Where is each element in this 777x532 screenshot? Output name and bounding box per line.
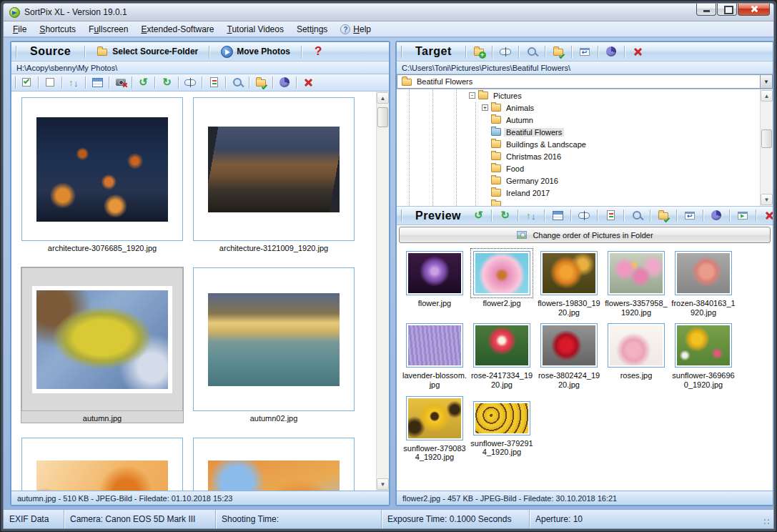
minimize-button[interactable] bbox=[696, 3, 716, 16]
screen-arrow-icon[interactable] bbox=[579, 46, 591, 58]
pie-chart-icon[interactable] bbox=[279, 77, 291, 89]
pie-chart-icon[interactable] bbox=[711, 210, 723, 222]
thumbnail-item[interactable]: flowers-3357958_1920.jpg bbox=[603, 249, 669, 317]
camera-remove-icon[interactable] bbox=[115, 77, 127, 89]
scroll-down-icon[interactable]: ▼ bbox=[377, 478, 389, 490]
thumbnail-item[interactable]: sunflower-3696960_1920.jpg bbox=[670, 321, 736, 389]
thumbnail-item[interactable]: flower.jpg bbox=[402, 249, 467, 317]
delete-icon[interactable] bbox=[302, 77, 315, 89]
separator bbox=[545, 46, 546, 58]
tree-item-christmas-2016[interactable]: Christmas 2016 bbox=[397, 150, 760, 162]
resize-grip[interactable] bbox=[763, 518, 771, 526]
rename-icon[interactable] bbox=[184, 77, 197, 89]
new-folder-icon[interactable]: + bbox=[473, 46, 485, 58]
title-bar[interactable]: SortPix XL - Version 19.0.1 bbox=[4, 4, 773, 21]
menu-settings[interactable]: Settings bbox=[290, 22, 334, 36]
thumbnail-item[interactable]: rose-3802424_1920.jpg bbox=[536, 321, 602, 389]
thumbnail-item[interactable] bbox=[193, 438, 355, 491]
menu-fullscreen[interactable]: Fullscreen bbox=[82, 22, 134, 36]
rename-icon[interactable] bbox=[500, 46, 512, 58]
menu-tutorial-videos[interactable]: Tutorial Videos bbox=[221, 22, 290, 36]
source-scrollbar[interactable]: ▲ ▼ bbox=[376, 92, 389, 491]
menu-shortcuts[interactable]: Shortcuts bbox=[33, 22, 82, 36]
folder-check-icon[interactable] bbox=[658, 210, 670, 222]
thumbnail-item[interactable]: roses.jpg bbox=[603, 321, 669, 389]
thumbnail-item[interactable]: frozen-3840163_1920.jpg bbox=[670, 249, 736, 317]
scroll-up-icon[interactable]: ▲ bbox=[761, 90, 773, 102]
select-all-checkbox-icon[interactable] bbox=[21, 77, 33, 89]
redo-icon[interactable]: ↻ bbox=[499, 210, 511, 222]
thumbnail-item[interactable]: sunflower-3792914_1920.jpg bbox=[469, 394, 535, 462]
help-question-button[interactable]: ? bbox=[309, 44, 327, 59]
separator bbox=[61, 77, 63, 89]
close-button[interactable] bbox=[738, 3, 770, 16]
separator bbox=[38, 77, 39, 89]
thumbnail-filename: lavender-blossom.jpg bbox=[402, 370, 467, 389]
folder-icon bbox=[491, 189, 501, 197]
select-source-folder-button[interactable]: Select Source-Folder bbox=[92, 46, 202, 58]
tree-item-clipped[interactable] bbox=[397, 199, 760, 206]
expand-icon[interactable]: + bbox=[482, 104, 488, 111]
collapse-icon[interactable]: - bbox=[469, 92, 475, 99]
menu-file[interactable]: File bbox=[6, 22, 33, 36]
thumbnail-item[interactable] bbox=[21, 438, 183, 491]
scroll-down-icon[interactable]: ▼ bbox=[761, 194, 773, 205]
zoom-icon[interactable] bbox=[631, 210, 643, 222]
tree-scrollbar[interactable]: ▲ ▼ bbox=[760, 89, 773, 206]
tree-item-autumn[interactable]: Autumn bbox=[397, 114, 760, 126]
tree-item-beatiful-flowers[interactable]: Beatiful Flowers bbox=[397, 126, 760, 138]
deselect-all-checkbox-icon[interactable] bbox=[44, 77, 56, 89]
thumbnail-image bbox=[204, 456, 344, 491]
combobox-dropdown-icon[interactable]: ▼ bbox=[760, 74, 773, 89]
menu-extended-software[interactable]: Extended-Software bbox=[134, 22, 220, 36]
thumbnail-item[interactable]: rose-2417334_1920.jpg bbox=[469, 321, 535, 389]
toolbar-grip bbox=[15, 77, 16, 89]
pie-chart-icon[interactable] bbox=[605, 46, 618, 58]
status-shooting-time: Shooting Time: bbox=[216, 510, 382, 528]
screen-arrow-icon[interactable] bbox=[684, 210, 696, 222]
thumbnail-item[interactable]: architecture-3076685_1920.jpg bbox=[21, 97, 183, 252]
undo-icon[interactable]: ↺ bbox=[137, 77, 149, 89]
tree-item-ireland-2017[interactable]: Ireland 2017 bbox=[397, 187, 760, 199]
file-info-icon[interactable] bbox=[605, 210, 617, 222]
list-view-icon[interactable] bbox=[91, 77, 104, 89]
tree-item-germany-2016[interactable]: Germany 2016 bbox=[397, 174, 760, 187]
thumbnail-item[interactable]: flowers-19830_1920.jpg bbox=[536, 249, 602, 317]
rename-icon[interactable] bbox=[578, 210, 590, 222]
redo-icon[interactable]: ↻ bbox=[161, 77, 173, 89]
separator bbox=[202, 77, 203, 89]
separator bbox=[109, 77, 110, 89]
sort-icon[interactable]: ↑↓ bbox=[525, 210, 538, 222]
list-view-icon[interactable] bbox=[552, 210, 564, 222]
zoom-icon[interactable] bbox=[232, 77, 244, 89]
sort-icon[interactable]: ↑↓ bbox=[68, 77, 80, 89]
tree-item-pictures[interactable]: - Pictures bbox=[397, 89, 760, 102]
target-status-text: flower2.jpg - 457 KB - JPEG-Bild - Filed… bbox=[402, 494, 617, 503]
slideshow-play-icon[interactable] bbox=[737, 210, 749, 222]
scrollbar-thumb[interactable] bbox=[761, 129, 772, 148]
tree-item-food[interactable]: Food bbox=[397, 162, 760, 174]
file-info-icon[interactable] bbox=[208, 77, 220, 89]
thumbnail-item[interactable]: lavender-blossom.jpg bbox=[402, 321, 467, 389]
thumbnail-item-selected[interactable]: autumn.jpg bbox=[21, 267, 183, 423]
move-photos-button[interactable]: Move Photos bbox=[217, 46, 295, 58]
thumbnail-item[interactable]: architecture-3121009_1920.jpg bbox=[193, 97, 355, 252]
scroll-up-icon[interactable]: ▲ bbox=[377, 92, 389, 104]
folder-tree: - Pictures + Animals Autumn bbox=[397, 89, 773, 207]
thumbnail-item[interactable]: sunflower-3790834_1920.jpg bbox=[402, 394, 467, 462]
menu-help[interactable]: ?Help bbox=[334, 22, 377, 36]
delete-icon[interactable] bbox=[763, 210, 774, 222]
tree-item-animals[interactable]: + Animals bbox=[397, 102, 760, 114]
delete-icon[interactable] bbox=[632, 46, 644, 58]
folder-check-icon[interactable] bbox=[553, 46, 565, 58]
change-order-button[interactable]: Change order of Pictures in Folder bbox=[399, 227, 771, 243]
thumbnail-item[interactable]: autumn02.jpg bbox=[193, 267, 355, 423]
tree-item-buildings-landscape[interactable]: Buildings & Landscape bbox=[397, 138, 760, 150]
target-folder-combobox[interactable]: Beatiful Flowers ▼ bbox=[397, 74, 773, 89]
scrollbar-thumb[interactable] bbox=[377, 107, 388, 127]
thumbnail-item-selected[interactable]: flower2.jpg bbox=[469, 249, 535, 317]
zoom-icon[interactable] bbox=[526, 46, 538, 58]
maximize-button[interactable] bbox=[717, 3, 737, 16]
undo-icon[interactable]: ↺ bbox=[472, 210, 485, 222]
folder-check-icon[interactable] bbox=[255, 77, 267, 89]
